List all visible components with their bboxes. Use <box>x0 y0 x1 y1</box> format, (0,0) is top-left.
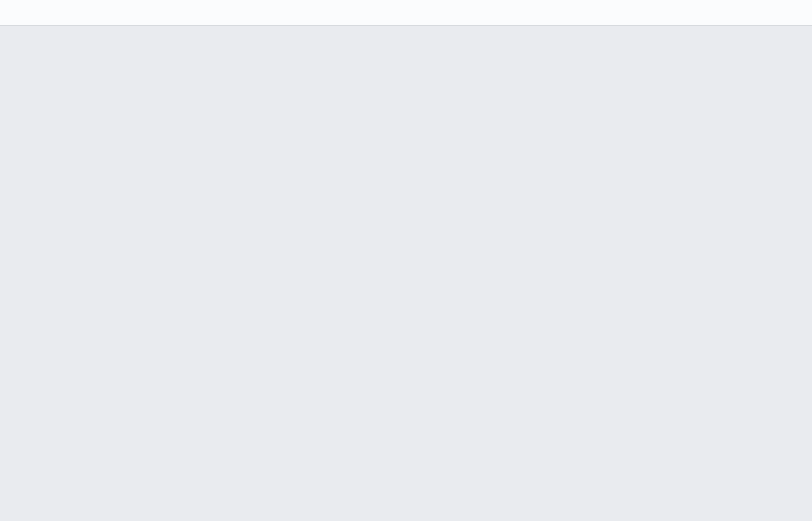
view-toolbar <box>0 0 812 26</box>
viewport-3d[interactable] <box>0 0 812 521</box>
